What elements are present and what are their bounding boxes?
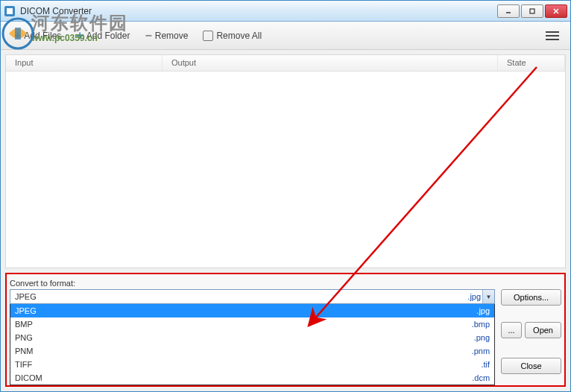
chevron-down-icon: ▼ (482, 290, 494, 303)
format-dropdown: JPEG.jpgBMP.bmpPNG.pngPNM.pnmTIFF.tifDIC… (10, 304, 495, 385)
format-option-ext: .png (474, 333, 490, 342)
toolbar: + Add Files + Add Folder − Remove Remove… (1, 22, 570, 50)
format-option[interactable]: PNG.png (10, 331, 494, 344)
remove-all-button[interactable]: Remove All (197, 28, 268, 43)
plus-icon: + (76, 29, 83, 42)
svg-rect-3 (530, 9, 534, 13)
add-files-label: Add Files (24, 31, 61, 41)
browse-button[interactable]: ... (501, 322, 522, 338)
column-input[interactable]: Input (6, 55, 163, 71)
table-body (6, 72, 565, 268)
column-state[interactable]: State (498, 55, 565, 71)
format-option[interactable]: TIFF.tif (10, 358, 494, 371)
format-option-name: PNG (15, 333, 33, 342)
add-files-button[interactable]: + Add Files (8, 27, 67, 45)
format-selected-name: JPEG (15, 292, 37, 301)
format-option-ext: .bmp (472, 320, 490, 329)
options-button[interactable]: Options... (501, 289, 561, 306)
format-option[interactable]: DICOM.dcm (10, 371, 494, 385)
app-icon (4, 5, 16, 17)
open-button[interactable]: Open (525, 322, 561, 338)
format-option[interactable]: BMP.bmp (10, 317, 494, 331)
remove-label: Remove (155, 31, 189, 41)
format-option-name: DICOM (15, 373, 42, 382)
add-folder-label: Add Folder (86, 31, 130, 41)
bottom-panel: Convert to format: JPEG .jpg ▼ JPEG.jpgB… (5, 273, 566, 387)
plus-icon: + (14, 29, 21, 42)
format-option-name: PNM (15, 347, 33, 355)
minus-icon: − (145, 29, 151, 42)
close-window-button[interactable] (545, 4, 567, 18)
window-title: DICOM Converter (20, 6, 497, 16)
format-option[interactable]: PNM.pnm (10, 344, 494, 358)
format-option-ext: .dcm (472, 373, 490, 382)
format-option-name: JPEG (15, 306, 37, 315)
add-folder-button[interactable]: + Add Folder (70, 27, 136, 45)
content-area: Input Output State (5, 54, 566, 268)
format-selected-ext: .jpg (467, 292, 481, 301)
titlebar: DICOM Converter (1, 1, 570, 22)
convert-label: Convert to format: (10, 279, 495, 288)
format-select[interactable]: JPEG .jpg ▼ (10, 289, 495, 304)
remove-button[interactable]: − Remove (139, 27, 194, 45)
format-option-name: BMP (15, 320, 33, 329)
svg-rect-1 (7, 8, 13, 14)
checkbox-icon (203, 31, 213, 41)
table-header: Input Output State (6, 55, 565, 72)
close-button[interactable]: Close (501, 358, 561, 374)
format-option[interactable]: JPEG.jpg (10, 304, 494, 317)
menu-button[interactable] (542, 28, 563, 44)
format-option-ext: .jpg (476, 306, 490, 315)
column-output[interactable]: Output (163, 55, 498, 71)
format-option-ext: .pnm (472, 347, 490, 355)
maximize-button[interactable] (521, 4, 543, 18)
format-option-ext: .tif (481, 360, 490, 369)
remove-all-label: Remove All (216, 31, 262, 41)
minimize-button[interactable] (497, 4, 520, 18)
format-option-name: TIFF (15, 360, 32, 369)
